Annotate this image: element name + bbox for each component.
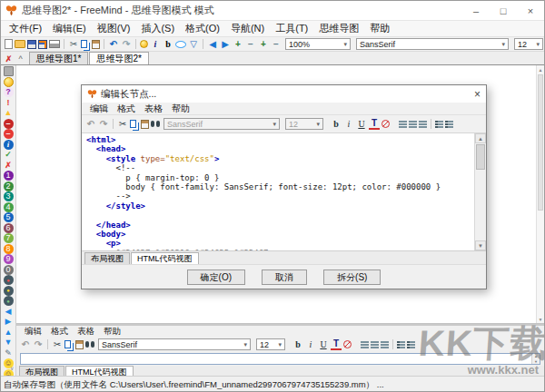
bottom-menu-help[interactable]: 帮助 (99, 326, 125, 338)
dialog-menu-table[interactable]: 表格 (140, 103, 167, 115)
cancel-button[interactable]: 取消 (262, 270, 307, 285)
dialog-menu-help[interactable]: 帮助 (167, 103, 194, 115)
icon-arrow-up[interactable]: ▲ (4, 328, 14, 338)
open-map-icon[interactable] (15, 40, 25, 48)
dialog-font-select[interactable]: SansSerif ▾ (164, 118, 280, 130)
numbered-list-icon[interactable] (410, 341, 415, 343)
icon-toolbar-close-button[interactable]: ✗ (3, 53, 15, 64)
paste-icon[interactable] (141, 120, 149, 129)
cut-icon[interactable]: ✂ (52, 338, 63, 350)
menu-navigate[interactable]: 导航(N) (225, 22, 270, 35)
sidebar-scroll-down-icon[interactable]: ∨ (10, 365, 14, 371)
icon-number-7[interactable]: 7 (4, 233, 14, 243)
copy-icon[interactable] (64, 340, 71, 348)
icon-stop-sign[interactable]: – (4, 119, 14, 129)
redo-icon[interactable]: ↷ (121, 38, 132, 50)
scroll-up-icon[interactable]: ▲ (537, 65, 544, 74)
menu-tools[interactable]: 工具(T) (270, 22, 313, 35)
icon-number-6[interactable]: 6 (4, 223, 14, 233)
font-color-icon[interactable]: T (331, 338, 342, 350)
minimize-button[interactable]: – (462, 1, 490, 20)
expand-all-icon[interactable]: + (258, 38, 269, 50)
close-button[interactable]: × (517, 1, 544, 20)
menu-file[interactable]: 文件(F) (4, 22, 47, 35)
redo-icon[interactable]: ↷ (33, 338, 44, 350)
align-right-icon[interactable] (381, 341, 389, 343)
remove-format-icon[interactable] (382, 120, 390, 128)
font-select[interactable]: SansSerif ▾ (356, 38, 509, 50)
copy-icon[interactable] (81, 40, 87, 48)
note-font-select[interactable]: SansSerif ▾ (98, 338, 251, 350)
align-right-icon[interactable] (419, 121, 427, 122)
bullet-list-icon[interactable] (400, 341, 405, 343)
icon-important[interactable]: ! (4, 98, 14, 108)
menu-help[interactable]: 帮助 (364, 22, 395, 35)
dialog-font-size-select[interactable]: 12 ▾ (285, 118, 323, 130)
menu-format[interactable]: 格式(O) (180, 22, 225, 35)
tab-html-code-view[interactable]: HTML代码视图 (131, 252, 199, 264)
icon-pencil[interactable]: ✎ (4, 348, 14, 358)
icon-not-ok[interactable]: ✗ (4, 161, 14, 171)
collapse-icon[interactable]: − (245, 38, 256, 50)
icon-help[interactable]: ? (4, 87, 14, 97)
code-vertical-scrollbar[interactable]: ▲ ▼ (474, 133, 486, 250)
icon-number-8[interactable]: 8 (4, 244, 14, 254)
scrollbar-thumb[interactable] (476, 144, 485, 170)
italic-icon[interactable]: i (343, 118, 354, 130)
scroll-down-icon[interactable]: ▼ (475, 240, 486, 250)
expand-icon[interactable]: + (233, 38, 243, 50)
icon-traffic-light-red[interactable]: ● (4, 275, 14, 285)
nav-forward-icon[interactable]: ▶ (220, 38, 231, 50)
idea-icon[interactable] (140, 40, 148, 48)
align-center-icon[interactable] (371, 341, 379, 343)
tab-layout-view[interactable]: 布局视图 (84, 252, 130, 264)
underline-icon[interactable]: U (318, 338, 329, 350)
dialog-close-button[interactable]: × (474, 88, 481, 101)
bold-icon[interactable]: b (163, 38, 173, 50)
icon-info[interactable]: i (4, 140, 14, 150)
cut-icon[interactable]: ✂ (68, 38, 79, 50)
icon-number-9[interactable]: 9 (4, 254, 14, 264)
note-font-size-select[interactable]: 12 ▾ (256, 338, 285, 350)
bottom-menu-table[interactable]: 表格 (73, 326, 99, 338)
cut-icon[interactable]: ✂ (117, 118, 128, 130)
italic-icon[interactable]: i (305, 338, 316, 350)
undo-icon[interactable]: ↶ (85, 118, 96, 130)
scrollbar-thumb[interactable] (538, 74, 543, 211)
remove-format-icon[interactable] (343, 340, 352, 348)
icon-warning[interactable]: ▲ (4, 108, 14, 118)
filter-icon[interactable]: ▽ (188, 38, 199, 50)
bold-icon[interactable]: b (292, 338, 303, 350)
find-icon[interactable] (85, 341, 89, 348)
icon-number-3[interactable]: 3 (4, 191, 14, 201)
scroll-down-icon[interactable]: ▼ (537, 315, 544, 323)
icon-ok[interactable]: ✓ (4, 150, 14, 160)
split-button[interactable]: 拆分(S) (323, 270, 381, 285)
menu-view[interactable]: 视图(V) (92, 22, 136, 35)
new-map-icon[interactable] (5, 39, 13, 49)
bold-icon[interactable]: b (331, 118, 342, 130)
save-map-icon[interactable] (27, 40, 36, 49)
nav-back-icon[interactable]: ◀ (207, 38, 218, 50)
paste-icon[interactable] (92, 40, 100, 49)
menu-mindmap[interactable]: 思维导图 (313, 22, 364, 35)
redo-icon[interactable]: ↷ (98, 118, 109, 130)
icon-closed[interactable]: – (4, 129, 14, 139)
copy-icon[interactable] (130, 120, 136, 128)
icon-number-5[interactable]: 5 (4, 212, 14, 222)
code-editor[interactable]: <html> <head> <style type="text/css"> <!… (82, 133, 474, 250)
numbered-list-icon[interactable] (448, 121, 453, 122)
cloud-icon[interactable] (175, 41, 186, 48)
icon-number-0[interactable]: 0 (4, 265, 14, 275)
scroll-down-icon[interactable]: ▼ (532, 359, 540, 365)
dialog-menu-format[interactable]: 格式 (113, 103, 140, 115)
icon-number-2[interactable]: 2 (4, 181, 14, 191)
font-size-select[interactable]: 12 ▾ (514, 38, 543, 50)
icon-number-4[interactable]: 4 (4, 202, 14, 212)
icon-number-1[interactable]: 1 (4, 171, 14, 181)
icon-arrow-left[interactable]: ◀ (4, 307, 14, 317)
icon-traffic-light-yellow[interactable]: ● (4, 286, 14, 296)
icon-arrow-down[interactable]: ▼ (4, 338, 14, 348)
note-input-scrollbar[interactable]: ▲ ▼ (531, 354, 540, 364)
maximize-button[interactable]: □ (490, 1, 517, 20)
